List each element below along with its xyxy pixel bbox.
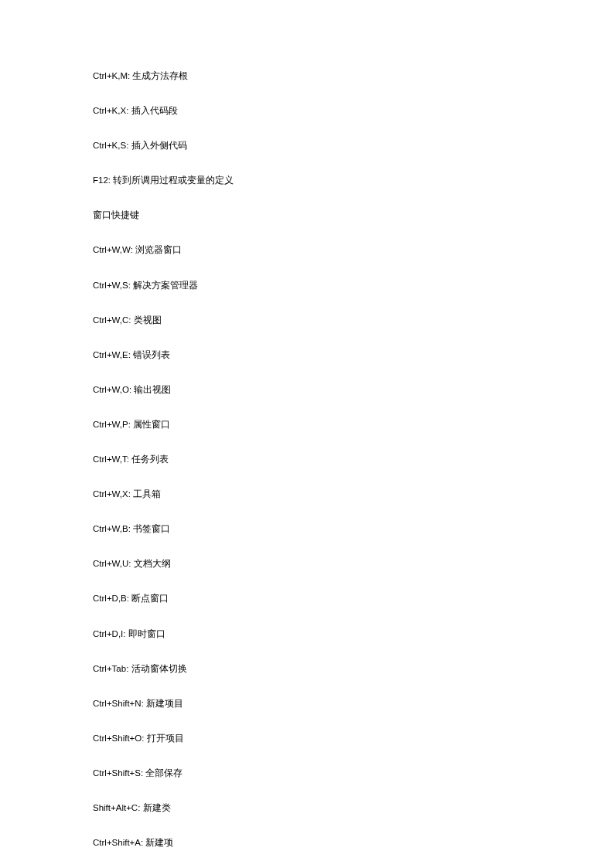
document-content: Ctrl+K,M: 生成方法存根Ctrl+K,X: 插入代码段Ctrl+K,S:… (93, 70, 521, 868)
shortcut-line: Ctrl+W,P: 属性窗口 (93, 418, 521, 431)
shortcut-description: 错误列表 (133, 350, 170, 359)
shortcut-key: Ctrl+W,C: (93, 315, 131, 325)
shortcut-key: Ctrl+K,M: (93, 71, 130, 80)
shortcut-line: Ctrl+W,W: 浏览器窗口 (93, 243, 521, 256)
shortcut-key: Ctrl+W,S: (93, 281, 131, 290)
shortcut-key: Ctrl+W,X: (93, 489, 131, 499)
shortcut-description: 转到所调用过程或变量的定义 (113, 175, 234, 185)
shortcut-key: Ctrl+W,B: (93, 524, 131, 533)
shortcut-description: 浏览器窗口 (135, 245, 182, 254)
shortcut-line: Shift+Alt+C: 新建类 (93, 802, 521, 814)
shortcut-key: Ctrl+K,S: (93, 141, 128, 150)
shortcut-line: Ctrl+K,M: 生成方法存根 (93, 70, 521, 82)
shortcut-line: Ctrl+W,S: 解决方案管理器 (93, 279, 521, 291)
shortcut-line: Ctrl+W,U: 文档大纲 (93, 557, 521, 570)
shortcut-description: 输出视图 (134, 385, 171, 394)
shortcut-key: Ctrl+Shift+N: (93, 699, 144, 708)
shortcut-line: Ctrl+W,E: 错误列表 (93, 349, 521, 361)
shortcut-line: Ctrl+Shift+S: 全部保存 (93, 767, 521, 779)
shortcut-key: Ctrl+K,X: (93, 106, 128, 115)
shortcut-description: 全部保存 (145, 768, 182, 778)
shortcut-line: Ctrl+Shift+O: 打开项目 (93, 732, 521, 744)
shortcut-line: Ctrl+W,X: 工具箱 (93, 488, 521, 500)
shortcut-description: 文档大纲 (134, 559, 171, 568)
shortcut-key: Ctrl+W,U: (93, 559, 131, 568)
shortcut-line: Ctrl+Shift+A: 新建项 (93, 836, 521, 849)
shortcut-key: Ctrl+W,O: (93, 385, 131, 394)
shortcut-description: 解决方案管理器 (133, 281, 198, 290)
shortcut-key: Ctrl+W,E: (93, 350, 131, 359)
shortcut-line: 窗口快捷键 (93, 209, 521, 221)
shortcut-key: F12: (93, 175, 111, 185)
shortcut-key: Ctrl+Tab: (93, 664, 128, 673)
shortcut-line: Ctrl+D,B: 断点窗口 (93, 592, 521, 604)
shortcut-key: Ctrl+D,I: (93, 629, 126, 638)
shortcut-description: 新建项目 (146, 699, 183, 708)
shortcut-line: Ctrl+K,S: 插入外侧代码 (93, 139, 521, 151)
shortcut-key: Ctrl+D,B: (93, 594, 129, 603)
shortcut-line: Ctrl+W,B: 书签窗口 (93, 523, 521, 535)
shortcut-description: 新建项 (145, 838, 173, 847)
shortcut-key: Ctrl+W,P: (93, 420, 131, 429)
shortcut-key: Shift+Alt+C: (93, 803, 140, 812)
shortcut-line: Ctrl+K,X: 插入代码段 (93, 104, 521, 117)
shortcut-key: Ctrl+Shift+A: (93, 838, 143, 847)
shortcut-description: 生成方法存根 (132, 71, 188, 80)
shortcut-line: Ctrl+W,T: 任务列表 (93, 453, 521, 465)
shortcut-line: Ctrl+W,C: 类视图 (93, 314, 521, 326)
shortcut-line: Ctrl+W,O: 输出视图 (93, 383, 521, 396)
shortcut-description: 工具箱 (133, 489, 161, 499)
shortcut-description: 任务列表 (131, 454, 169, 464)
shortcut-key: Ctrl+W,W: (93, 245, 133, 254)
shortcut-key: Ctrl+Shift+S: (93, 768, 143, 778)
shortcut-description: 即时窗口 (128, 629, 165, 638)
shortcut-line: Ctrl+D,I: 即时窗口 (93, 628, 521, 640)
shortcut-description: 类视图 (134, 315, 162, 325)
shortcut-description: 插入外侧代码 (131, 141, 187, 150)
shortcut-key: Ctrl+W,T: (93, 454, 129, 464)
shortcut-description: 活动窗体切换 (131, 664, 187, 673)
shortcut-description: 断点窗口 (131, 594, 169, 603)
shortcut-description: 属性窗口 (133, 420, 170, 429)
shortcut-line: Ctrl+Tab: 活动窗体切换 (93, 662, 521, 675)
shortcut-line: F12: 转到所调用过程或变量的定义 (93, 174, 521, 186)
shortcut-description: 窗口快捷键 (93, 210, 139, 220)
shortcut-description: 打开项目 (147, 734, 184, 743)
shortcut-key: Ctrl+Shift+O: (93, 734, 144, 743)
shortcut-description: 插入代码段 (131, 106, 178, 115)
shortcut-line: Ctrl+Shift+N: 新建项目 (93, 697, 521, 710)
shortcut-description: 书签窗口 (133, 524, 170, 533)
shortcut-description: 新建类 (143, 803, 171, 812)
